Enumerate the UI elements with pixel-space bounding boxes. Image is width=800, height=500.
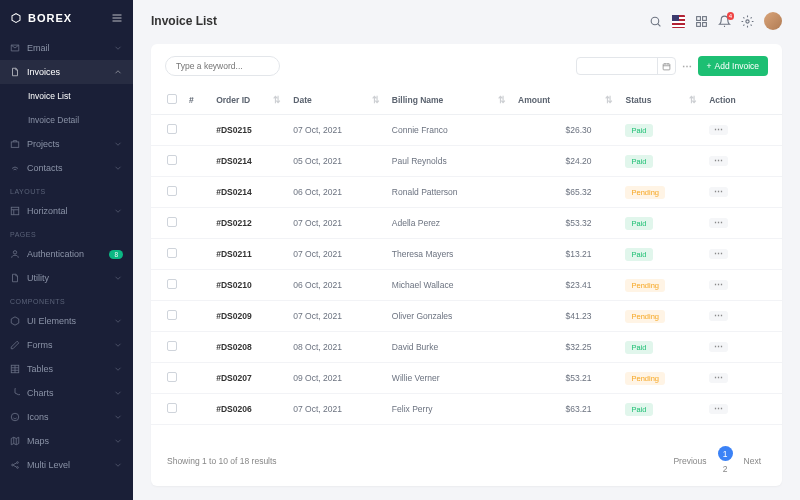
- cell-order-id: #DS0211: [210, 239, 287, 270]
- chevron-down-icon: [113, 206, 123, 216]
- row-checkbox[interactable]: [167, 403, 177, 413]
- cell-order-id: #DS0215: [210, 115, 287, 146]
- table-row: #DS0214 06 Oct, 2021 Ronald Patterson $6…: [151, 177, 782, 208]
- topbar: Invoice List 4: [133, 0, 800, 36]
- select-all-checkbox[interactable]: [167, 94, 177, 104]
- sidebar-component-ui-elements[interactable]: UI Elements: [0, 309, 133, 333]
- hamburger-icon[interactable]: [111, 12, 123, 24]
- row-checkbox[interactable]: [167, 186, 177, 196]
- sidebar-component-charts[interactable]: Charts: [0, 381, 133, 405]
- status-badge: Paid: [625, 155, 652, 168]
- apps-grid-icon[interactable]: [695, 15, 708, 28]
- sidebar-layout-horizontal[interactable]: Horizontal: [0, 199, 133, 223]
- col-date[interactable]: Date⇅: [287, 86, 386, 115]
- chevron-down-icon: [113, 340, 123, 350]
- sidebar-page-authentication[interactable]: Authentication8: [0, 242, 133, 266]
- row-checkbox[interactable]: [167, 310, 177, 320]
- pages-label: PAGES: [0, 223, 133, 242]
- col-billing-name[interactable]: Billing Name⇅: [386, 86, 512, 115]
- add-invoice-button[interactable]: +Add Invoice: [698, 56, 768, 76]
- submenu-invoice-list[interactable]: Invoice List: [0, 84, 133, 108]
- sidebar-item-invoices[interactable]: Invoices: [0, 60, 133, 84]
- sidebar-item-email[interactable]: Email: [0, 36, 133, 60]
- page-2-button[interactable]: 2: [718, 461, 733, 476]
- sidebar-page-utility[interactable]: Utility: [0, 266, 133, 290]
- filter-more-icon[interactable]: ⋯: [682, 61, 692, 72]
- notification-badge: 4: [727, 12, 734, 20]
- user-avatar[interactable]: [764, 12, 782, 30]
- status-badge: Pending: [625, 186, 665, 199]
- row-actions-button[interactable]: ⋯: [709, 404, 728, 414]
- sidebar-item-projects[interactable]: Projects: [0, 132, 133, 156]
- row-actions-button[interactable]: ⋯: [709, 373, 728, 383]
- row-actions-button[interactable]: ⋯: [709, 249, 728, 259]
- menu-label: Invoices: [27, 67, 60, 77]
- page-1-button[interactable]: 1: [718, 446, 733, 461]
- row-actions-button[interactable]: ⋯: [709, 311, 728, 321]
- row-checkbox[interactable]: [167, 248, 177, 258]
- user-icon: [10, 249, 20, 259]
- svg-rect-1: [11, 207, 19, 215]
- status-badge: Paid: [625, 341, 652, 354]
- row-checkbox[interactable]: [167, 341, 177, 351]
- table-header-row: # Order ID⇅ Date⇅ Billing Name⇅ Amount⇅ …: [151, 86, 782, 115]
- briefcase-icon: [10, 139, 20, 149]
- chevron-down-icon: [113, 43, 123, 53]
- row-checkbox[interactable]: [167, 217, 177, 227]
- row-actions-button[interactable]: ⋯: [709, 187, 728, 197]
- smile-icon: [10, 412, 20, 422]
- layout-icon: [10, 206, 20, 216]
- col-amount[interactable]: Amount⇅: [512, 86, 619, 115]
- row-actions-button[interactable]: ⋯: [709, 342, 728, 352]
- submenu-invoice-detail[interactable]: Invoice Detail: [0, 108, 133, 132]
- row-checkbox[interactable]: [167, 372, 177, 382]
- search-icon[interactable]: [649, 15, 662, 28]
- chevron-down-icon: [113, 163, 123, 173]
- row-checkbox[interactable]: [167, 124, 177, 134]
- row-actions-button[interactable]: ⋯: [709, 280, 728, 290]
- edit-icon: [10, 340, 20, 350]
- col-status[interactable]: Status⇅: [619, 86, 703, 115]
- cell-billing-name: Willie Verner: [386, 363, 512, 394]
- row-actions-button[interactable]: ⋯: [709, 125, 728, 135]
- sidebar-component-forms[interactable]: Forms: [0, 333, 133, 357]
- cell-order-id: #DS0214: [210, 146, 287, 177]
- row-actions-button[interactable]: ⋯: [709, 156, 728, 166]
- cell-amount: $13.21: [512, 239, 619, 270]
- chevron-down-icon: [113, 316, 123, 326]
- prev-page-button[interactable]: Previous: [668, 454, 711, 468]
- table-row: #DS0208 08 Oct, 2021 David Burke $32.25 …: [151, 332, 782, 363]
- pagination: Previous 12 Next: [668, 446, 766, 476]
- sidebar-item-contacts[interactable]: Contacts: [0, 156, 133, 180]
- brand-logo-icon: [10, 12, 22, 24]
- cell-order-id: #DS0209: [210, 301, 287, 332]
- menu-label: Forms: [27, 340, 53, 350]
- next-page-button[interactable]: Next: [739, 454, 766, 468]
- cell-billing-name: David Burke: [386, 332, 512, 363]
- row-checkbox[interactable]: [167, 279, 177, 289]
- cell-amount: $65.32: [512, 177, 619, 208]
- date-picker[interactable]: [576, 57, 676, 75]
- cell-date: 06 Oct, 2021: [287, 177, 386, 208]
- sort-icon: ⇅: [372, 95, 380, 105]
- row-checkbox[interactable]: [167, 155, 177, 165]
- sidebar-component-tables[interactable]: Tables: [0, 357, 133, 381]
- notifications-icon[interactable]: 4: [718, 15, 731, 28]
- chevron-down-icon: [113, 460, 123, 470]
- col-order-id[interactable]: Order ID⇅: [210, 86, 287, 115]
- cell-date: 07 Oct, 2021: [287, 394, 386, 425]
- row-actions-button[interactable]: ⋯: [709, 218, 728, 228]
- table-row: #DS0209 07 Oct, 2021 Oliver Gonzales $41…: [151, 301, 782, 332]
- cell-amount: $63.21: [512, 394, 619, 425]
- sidebar-component-multi-level[interactable]: Multi Level: [0, 453, 133, 477]
- chevron-up-icon: [113, 67, 123, 77]
- sidebar-component-maps[interactable]: Maps: [0, 429, 133, 453]
- menu-label: Authentication: [27, 249, 84, 259]
- brand[interactable]: BOREX: [0, 0, 133, 36]
- language-flag-icon[interactable]: [672, 15, 685, 28]
- box-icon: [10, 316, 20, 326]
- keyword-search-input[interactable]: [165, 56, 280, 76]
- plus-icon: +: [707, 61, 712, 71]
- settings-icon[interactable]: [741, 15, 754, 28]
- sidebar-component-icons[interactable]: Icons: [0, 405, 133, 429]
